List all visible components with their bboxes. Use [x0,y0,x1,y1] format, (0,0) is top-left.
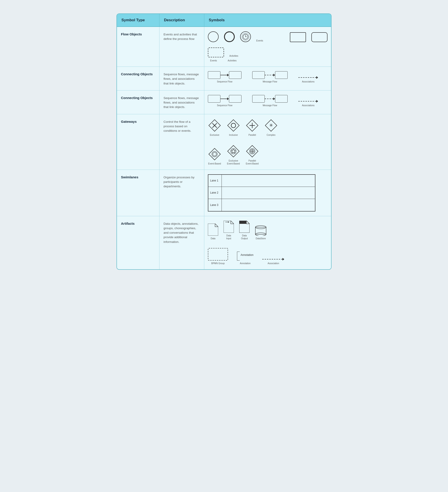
desc-connecting-1: Sequence flows, message flows, and assoc… [160,67,204,90]
svg-point-7 [231,123,236,128]
svg-text:✳: ✳ [269,123,273,128]
seq-rect-right-1 [229,71,242,79]
connecting-symbols-row-2: Sequence Flow Message Flow [208,95,318,107]
msg-arrow-2 [265,97,275,100]
connecting-symbols-row-1: Sequence Flow Message Flow [208,71,318,83]
swimlane-container: Lane 1 Lane 2 Lane 3 [208,174,316,212]
arrow-line-2 [220,99,227,99]
symbols-connecting-1: Sequence Flow Message Flow [204,67,331,90]
symbols-gateways: Exclusive Inclusive [204,114,331,170]
seq-flow-symbol-1: Sequence Flow [208,71,242,83]
assoc-label-2: Associations [302,104,315,107]
parallel-event-label: Parallel Event-Based [246,159,258,165]
row-connecting-1: Connecting Objects Sequence flows, messa… [117,67,331,91]
activities-label-item: Activities [229,54,238,57]
data-input-label: Data Input [226,234,231,240]
header-symbols: Symbols [204,14,331,26]
arrow-line-1 [220,75,227,75]
circle-double-symbol [224,31,235,42]
svg-marker-28 [228,221,229,223]
data-output-icon [239,221,250,233]
row-swimlanes: Swimlanes Organize processes by particip… [117,170,331,216]
seq-flow-icon-1 [208,71,242,79]
desc-flow-objects: Events and activities that define the pr… [160,27,204,67]
svg-marker-26 [224,221,234,233]
arrow-head-1 [227,74,229,76]
svg-point-15 [213,152,216,156]
symbols-artifacts: Data Data Input [204,216,331,269]
svg-point-0 [243,34,248,39]
swimlane-label-2: Lane 2 [208,187,222,199]
assoc-line-2 [298,101,316,102]
row-artifacts: Artifacts Data objects, annotations, gro… [117,216,331,269]
msg-rect-left-1 [252,71,265,79]
arrow-solid-2 [220,97,229,100]
event-based-icon [208,147,221,161]
events-row: Events Activities [208,31,327,57]
msg-flow-label-2: Message Flow [263,104,277,107]
rect-rounded-symbol [311,32,327,42]
table-header: Symbol Type Description Symbols [117,14,331,27]
association-symbol: Association [262,258,284,265]
datastore-symbol: DataStore [255,225,266,240]
seq-flow-label-2: Sequence Flow [217,104,233,107]
assoc-line-1 [298,77,316,78]
msg-flow-icon-2 [252,95,288,102]
rect-rounded-icon [311,32,327,42]
svg-marker-6 [228,120,239,131]
rect-solid-symbol [290,32,306,42]
activities-label: Activities [229,54,238,57]
annotation-text-label: Annotation [241,252,253,256]
association-icon [262,258,284,261]
header-symbol-type: Symbol Type [117,14,160,26]
rect-dotted-icon [208,48,224,57]
data-label: Data [211,237,215,240]
type-connecting-2: Connecting Objects [117,91,160,114]
data-input-icon [224,221,234,233]
swimlane-lane-2: Lane 2 [208,187,315,199]
seq-flow-icon-2 [208,95,242,102]
type-flow-objects: Flow Objects [117,27,160,67]
type-swimlanes: Swimlanes [117,170,160,216]
type-gateways: Gateways [117,114,160,170]
desc-connecting-2: Sequence flows, message flows, and assoc… [160,91,204,114]
inclusive-icon [227,119,240,132]
seq-rect-left-1 [208,71,220,79]
exclusive-icon [208,119,221,132]
desc-artifacts: Data objects, annotations, groups, chore… [160,216,204,269]
swimlane-lane-1: Lane 1 [208,175,315,187]
bpmn-group-symbol: BPMN Group [208,248,228,265]
parallel-gateway: Parallel [245,119,259,136]
bpmn-group-icon [208,248,228,261]
activities-sublabel: Activities [228,59,236,62]
events-label-item: Events [256,38,263,42]
complex-icon: ✳ [264,119,278,132]
swimlane-content-1 [222,175,315,187]
msg-arrow-1 [265,74,275,76]
gateways-row-2: Event-Based Exclusive Event-Based [208,144,259,165]
data-symbol: Data [208,224,218,240]
assoc-symbol-2: Associations [298,100,318,107]
event-based-label: Event-Based [208,162,221,165]
association-line [262,259,283,259]
circle-empty-symbol [208,31,219,42]
data-input-symbol: Data Input [224,221,234,240]
swimlane-content-3 [222,199,315,211]
excl-event-gateway: Exclusive Event-Based [227,144,240,165]
msg-flow-symbol-1: Message Flow [252,71,288,83]
seq-flow-label-1: Sequence Flow [217,80,233,83]
header-description: Description [160,14,204,26]
arrow-solid-1 [220,74,229,76]
assoc-head-2 [316,100,318,102]
datastore-icon [255,225,266,236]
swimlane-label-3: Lane 3 [208,199,222,211]
type-connecting-1: Connecting Objects [117,67,160,90]
main-table: Symbol Type Description Symbols Flow Obj… [116,13,332,270]
annotation-symbol: Annotation Annotation [237,252,253,265]
events-sublabel: Events [210,59,217,62]
excl-event-label: Exclusive Event-Based [227,159,240,165]
assoc-symbol-1: Associations [298,76,318,83]
artifacts-row-2: BPMN Group Annotation Annotation Associa… [208,248,284,265]
svg-marker-25 [208,224,218,236]
svg-point-17 [231,149,236,154]
